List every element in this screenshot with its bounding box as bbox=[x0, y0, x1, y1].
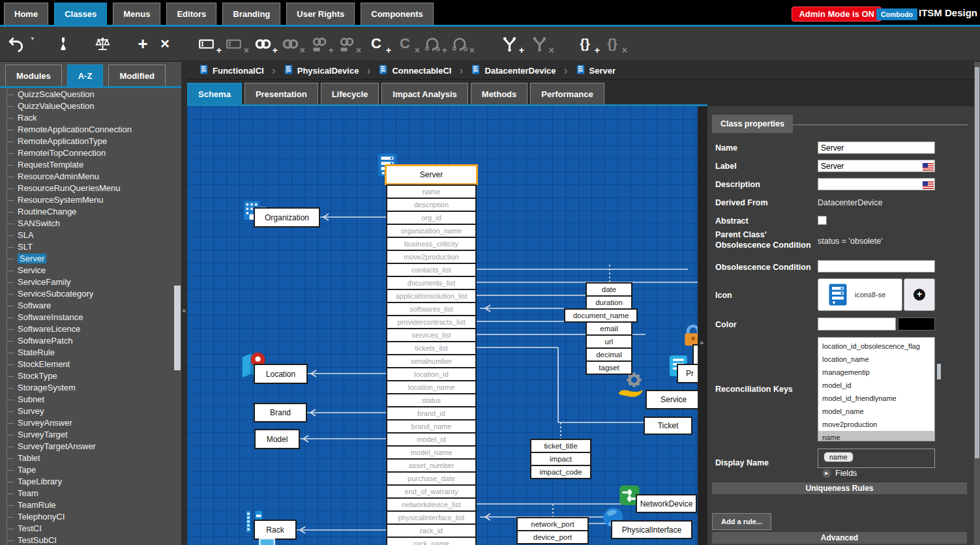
display-name-chip-name[interactable]: name bbox=[824, 452, 854, 462]
reconciliation-key-location_id_obsolescence_flag[interactable]: location_id_obsolescence_flag bbox=[818, 340, 934, 353]
server-field-documents_list[interactable]: documents_list bbox=[386, 276, 477, 290]
breadcrumb-item-connectableci[interactable]: ConnectableCI bbox=[372, 65, 458, 77]
diagram-class-location[interactable]: Location bbox=[254, 364, 308, 384]
class-item-survey[interactable]: Survey bbox=[7, 405, 176, 417]
class-item-stocktype[interactable]: StockType bbox=[7, 370, 176, 382]
class-item-service[interactable]: Service bbox=[7, 265, 176, 276]
tab-schema[interactable]: Schema bbox=[187, 83, 242, 104]
class-item-tape[interactable]: Tape bbox=[7, 464, 176, 476]
add-class-icon[interactable]: + bbox=[133, 34, 153, 53]
class-item-servicefamily[interactable]: ServiceFamily bbox=[7, 276, 176, 288]
class-item-software[interactable]: Software bbox=[7, 300, 176, 312]
breadcrumb-item-datacenterdevice[interactable]: DatacenterDevice bbox=[464, 65, 562, 77]
server-field-model_name[interactable]: model_name bbox=[386, 445, 477, 460]
top-tab-components[interactable]: Components bbox=[361, 3, 433, 25]
diagram-class-brand[interactable]: Brand bbox=[254, 403, 307, 422]
diagram-attribute-url[interactable]: url bbox=[586, 334, 632, 349]
delete-link-icon[interactable]: × bbox=[280, 34, 300, 53]
reconciliation-scrollbar[interactable] bbox=[937, 364, 941, 379]
diagram-class-ticket[interactable]: Ticket bbox=[644, 417, 692, 435]
tab-lifecycle[interactable]: Lifecycle bbox=[321, 83, 379, 104]
tab-presentation[interactable]: Presentation bbox=[245, 83, 318, 104]
server-field-services_list[interactable]: services_list bbox=[386, 328, 477, 342]
class-item-remoteitopconnection[interactable]: RemoteiTopConnection bbox=[7, 147, 176, 159]
server-field-location_id[interactable]: location_id bbox=[386, 367, 477, 381]
class-item-rack[interactable]: Rack bbox=[7, 112, 176, 124]
server-field-serialnumber[interactable]: serialnumber bbox=[386, 354, 477, 368]
reconciliation-key-name[interactable]: name bbox=[818, 431, 934, 441]
diagram-attribute-duration[interactable]: duration bbox=[586, 295, 632, 310]
icon-add-button[interactable]: + bbox=[904, 278, 935, 311]
top-tab-editors[interactable]: Editors bbox=[166, 3, 216, 25]
delete-field-icon[interactable]: × bbox=[224, 34, 244, 53]
class-item-servicesubcategory[interactable]: ServiceSubcategory bbox=[7, 288, 176, 300]
tab-impact-analysis[interactable]: Impact Analysis bbox=[381, 83, 468, 104]
class-item-surveytargetanswer[interactable]: SurveyTargetAnswer bbox=[7, 441, 176, 452]
reconciliation-key-location_name[interactable]: location_name bbox=[818, 353, 934, 366]
class-item-remoteapplicationconnection[interactable]: RemoteApplicationConnection bbox=[7, 124, 176, 136]
server-field-applicationsolution_list[interactable]: applicationsolution_list bbox=[386, 289, 477, 303]
reconciliation-key-model_id[interactable]: model_id bbox=[818, 379, 934, 392]
panel-scrollbar[interactable] bbox=[974, 62, 980, 545]
reconciliation-key-model_id_friendlyname[interactable]: model_id_friendlyname bbox=[818, 392, 934, 405]
server-field-description[interactable]: description bbox=[386, 198, 477, 212]
server-field-model_id[interactable]: model_id bbox=[386, 432, 477, 447]
delete-link-field-icon[interactable]: × bbox=[336, 34, 356, 53]
add-braces-icon[interactable]: {}+ bbox=[575, 34, 595, 53]
new-class-wizard-icon[interactable] bbox=[53, 34, 73, 53]
diagram-class-partial[interactable] bbox=[692, 344, 698, 365]
class-item-telephonyci[interactable]: TelephonyCI bbox=[7, 511, 176, 523]
advanced-section[interactable]: Advanced bbox=[712, 532, 967, 544]
server-field-status[interactable]: status bbox=[386, 393, 477, 407]
server-field-rack_name[interactable]: rack_name bbox=[386, 537, 477, 545]
class-item-resourcesystemmenu[interactable]: ResourceSystemMenu bbox=[7, 194, 176, 206]
class-item-softwareinstance[interactable]: SoftwareInstance bbox=[7, 312, 176, 323]
server-field-organization_name[interactable]: organization_name bbox=[386, 224, 477, 238]
delete-hierarchy-icon[interactable]: × bbox=[529, 34, 549, 53]
class-item-quizzvaluequestion[interactable]: QuizzValueQuestion bbox=[7, 100, 176, 112]
server-field-rack_id[interactable]: rack_id bbox=[386, 523, 477, 538]
add-rule-button[interactable]: Add a rule... bbox=[712, 513, 771, 530]
diagram-class-model[interactable]: Model bbox=[254, 429, 300, 449]
reconciliation-keys-list[interactable]: location_id_obsolescence_flaglocation_na… bbox=[818, 337, 935, 441]
tab-performance[interactable]: Performance bbox=[530, 83, 604, 104]
class-item-remoteapplicationtype[interactable]: RemoteApplicationType bbox=[7, 136, 176, 147]
server-field-providercontracts_list[interactable]: providercontracts_list bbox=[386, 315, 477, 329]
sidebar-tab-modules[interactable]: Modules bbox=[5, 65, 62, 86]
delete-transition-icon[interactable]: × bbox=[450, 34, 469, 53]
server-field-tickets_list[interactable]: tickets_list bbox=[386, 341, 477, 355]
fields-toggle[interactable]: ▶ Fields bbox=[822, 469, 857, 478]
class-item-testsubci[interactable]: TestSubCI bbox=[7, 535, 176, 545]
server-field-location_name[interactable]: location_name bbox=[386, 380, 477, 394]
diagram-attribute-network_port[interactable]: network_port bbox=[516, 517, 589, 531]
server-field-business_criticity[interactable]: business_criticity bbox=[386, 237, 477, 251]
diagram-class-networkdevice[interactable]: NetworkDevice bbox=[636, 494, 697, 513]
class-item-quizzscalequestion[interactable]: QuizzScaleQuestion bbox=[7, 89, 176, 100]
top-tab-branding[interactable]: Branding bbox=[222, 3, 280, 25]
server-field-purchase_date[interactable]: purchase_date bbox=[386, 471, 477, 486]
top-tab-classes[interactable]: Classes bbox=[54, 3, 107, 25]
schema-diagram-canvas[interactable]: Servernamedescriptionorg_idorganization_… bbox=[187, 106, 698, 545]
panel-collapse-handle[interactable]: » bbox=[698, 106, 707, 545]
diagram-attribute-decimal[interactable]: decimal bbox=[586, 347, 632, 362]
delete-class-icon[interactable]: × bbox=[155, 34, 175, 53]
color-swatch[interactable] bbox=[898, 317, 935, 331]
obsolescence-input[interactable] bbox=[818, 260, 935, 272]
class-item-requesttemplate[interactable]: RequestTemplate bbox=[7, 159, 176, 171]
add-external-key-icon[interactable]: C+ bbox=[366, 34, 386, 53]
dropdown-caret-icon[interactable]: ▾ bbox=[31, 35, 34, 42]
class-item-softwarepatch[interactable]: SoftwarePatch bbox=[7, 335, 176, 347]
compare-icon[interactable] bbox=[93, 34, 112, 53]
add-transition-icon[interactable]: + bbox=[423, 34, 442, 53]
class-item-tablet[interactable]: Tablet bbox=[7, 452, 176, 464]
class-item-resourcerunqueriesmenu[interactable]: ResourceRunQueriesMenu bbox=[7, 183, 176, 194]
delete-external-key-icon[interactable]: C× bbox=[395, 34, 415, 53]
class-item-staterule[interactable]: StateRule bbox=[7, 347, 176, 359]
description-input[interactable] bbox=[818, 178, 935, 190]
class-item-sla[interactable]: SLA bbox=[7, 229, 176, 241]
diagram-attribute-email[interactable]: email bbox=[586, 321, 632, 336]
class-item-testci[interactable]: TestCI bbox=[7, 523, 176, 535]
server-field-org_id[interactable]: org_id bbox=[386, 211, 477, 225]
diagram-attribute-device_port[interactable]: device_port bbox=[516, 530, 589, 544]
server-field-asset_number[interactable]: asset_number bbox=[386, 458, 477, 473]
